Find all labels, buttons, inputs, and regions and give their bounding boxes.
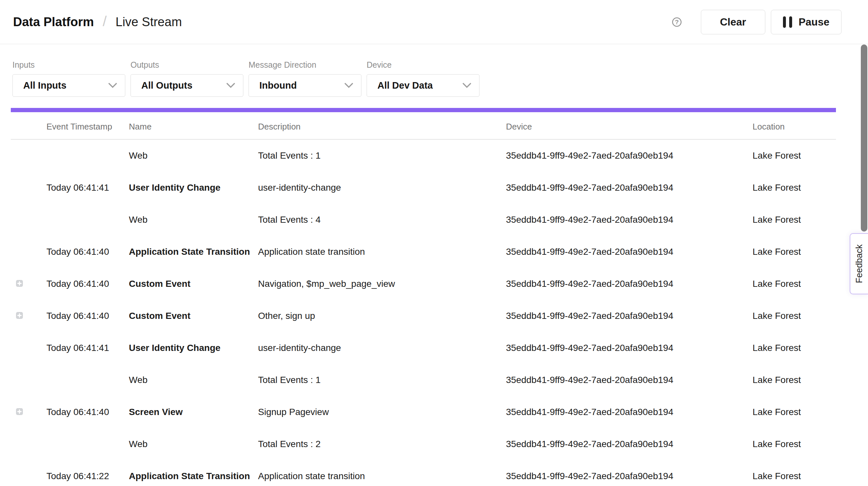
column-header-event-timestamp: Event Timestamp [46, 120, 129, 132]
pause-button-label: Pause [799, 16, 829, 28]
expand-plus-icon[interactable] [16, 280, 23, 287]
cell-location: Lake Forest [752, 150, 836, 161]
cell-location: Lake Forest [752, 375, 836, 385]
accent-divider [11, 108, 836, 112]
device-dropdown-value: All Dev Data [377, 80, 433, 91]
breadcrumb: Data Platform / Live Stream [13, 14, 182, 30]
table-row[interactable]: Web Total Events : 1 35eddb41-9ff9-49e2-… [11, 140, 836, 172]
cell-event-timestamp: Today 06:41:22 [46, 471, 129, 481]
expand-cell [11, 343, 46, 353]
table-row[interactable]: Today 06:41:22 Application State Transit… [11, 460, 836, 486]
cell-location: Lake Forest [752, 439, 836, 449]
cell-device: 35eddb41-9ff9-49e2-7aed-20afa90eb194 [506, 182, 752, 193]
cell-location: Lake Forest [752, 279, 836, 289]
expand-cell [11, 182, 46, 193]
filter-label-inputs: Inputs [12, 60, 125, 70]
cell-description: Application state transition [258, 471, 506, 481]
cell-device: 35eddb41-9ff9-49e2-7aed-20afa90eb194 [506, 279, 752, 289]
vertical-scrollbar-thumb[interactable] [861, 44, 867, 232]
cell-description: Navigation, $mp_web_page_view [258, 279, 506, 289]
cell-description: user-identity-change [258, 182, 506, 193]
cell-device: 35eddb41-9ff9-49e2-7aed-20afa90eb194 [506, 311, 752, 321]
expand-cell [11, 150, 46, 161]
cell-description: Total Events : 2 [258, 439, 506, 449]
cell-name: User Identity Change [129, 182, 258, 193]
cell-event-timestamp: Today 06:41:40 [46, 407, 129, 417]
column-header-device: Device [506, 120, 752, 132]
cell-location: Lake Forest [752, 311, 836, 321]
table-row[interactable]: Web Total Events : 1 35eddb41-9ff9-49e2-… [11, 364, 836, 396]
inputs-dropdown-value: All Inputs [23, 80, 66, 91]
cell-event-timestamp: Today 06:41:41 [46, 182, 129, 193]
breadcrumb-separator: / [103, 13, 106, 29]
table-header-row: Event Timestamp Name Description Device … [11, 112, 836, 140]
table-row[interactable]: Web Total Events : 2 35eddb41-9ff9-49e2-… [11, 428, 836, 460]
event-stream-table: Event Timestamp Name Description Device … [0, 112, 868, 486]
chevron-down-icon [108, 83, 117, 88]
cell-event-timestamp: Today 06:41:41 [46, 343, 129, 353]
cell-name: Application State Transition [129, 247, 258, 257]
inputs-dropdown[interactable]: All Inputs [12, 74, 125, 97]
topbar: Data Platform / Live Stream ? Clear Paus… [0, 0, 868, 44]
filter-label-message-direction: Message Direction [249, 60, 362, 70]
pause-icon [783, 17, 792, 28]
expand-cell [11, 311, 46, 321]
breadcrumb-section[interactable]: Data Platform [13, 15, 94, 29]
cell-location: Lake Forest [752, 343, 836, 353]
cell-description: Signup Pageview [258, 407, 506, 417]
feedback-tab-label: Feedback [854, 244, 864, 283]
cell-location: Lake Forest [752, 215, 836, 225]
live-stream-page: Data Platform / Live Stream ? Clear Paus… [0, 0, 868, 486]
cell-device: 35eddb41-9ff9-49e2-7aed-20afa90eb194 [506, 439, 752, 449]
cell-device: 35eddb41-9ff9-49e2-7aed-20afa90eb194 [506, 150, 752, 161]
cell-location: Lake Forest [752, 182, 836, 193]
filter-bar: Inputs All Inputs Outputs All Outputs Me… [0, 44, 868, 97]
column-header-location: Location [752, 120, 836, 132]
table-row[interactable]: Today 06:41:40 Application State Transit… [11, 236, 836, 268]
cell-device: 35eddb41-9ff9-49e2-7aed-20afa90eb194 [506, 247, 752, 257]
outputs-dropdown[interactable]: All Outputs [130, 74, 243, 97]
cell-event-timestamp: Today 06:41:40 [46, 279, 129, 289]
cell-location: Lake Forest [752, 471, 836, 481]
cell-description: Total Events : 1 [258, 150, 506, 161]
expand-cell [11, 407, 46, 417]
help-icon[interactable]: ? [672, 17, 682, 27]
cell-name: Web [129, 439, 258, 449]
chevron-down-icon [226, 83, 235, 88]
pause-button[interactable]: Pause [771, 10, 841, 34]
cell-name: Web [129, 215, 258, 225]
cell-device: 35eddb41-9ff9-49e2-7aed-20afa90eb194 [506, 407, 752, 417]
filter-message-direction: Message Direction Inbound [249, 60, 362, 97]
cell-event-timestamp: Today 06:41:40 [46, 311, 129, 321]
cell-name: Screen View [129, 407, 258, 417]
topbar-actions: ? Clear Pause [672, 10, 841, 34]
cell-device: 35eddb41-9ff9-49e2-7aed-20afa90eb194 [506, 471, 752, 481]
table-row[interactable]: Today 06:41:40 Screen View Signup Pagevi… [11, 396, 836, 428]
expand-cell [11, 247, 46, 257]
expand-plus-icon[interactable] [16, 312, 23, 319]
message-direction-dropdown[interactable]: Inbound [249, 74, 362, 97]
cell-device: 35eddb41-9ff9-49e2-7aed-20afa90eb194 [506, 375, 752, 385]
table-row[interactable]: Today 06:41:40 Custom Event Other, sign … [11, 300, 836, 332]
expand-cell [11, 215, 46, 225]
table-body: Web Total Events : 1 35eddb41-9ff9-49e2-… [0, 140, 868, 486]
filter-device: Device All Dev Data [367, 60, 479, 97]
cell-name: Custom Event [129, 279, 258, 289]
column-header-expand [11, 125, 46, 127]
expand-cell [11, 471, 46, 481]
chevron-down-icon [344, 83, 353, 88]
table-row[interactable]: Today 06:41:41 User Identity Change user… [11, 172, 836, 204]
table-row[interactable]: Today 06:41:41 User Identity Change user… [11, 332, 836, 364]
clear-button[interactable]: Clear [701, 10, 765, 34]
cell-device: 35eddb41-9ff9-49e2-7aed-20afa90eb194 [506, 343, 752, 353]
table-row[interactable]: Today 06:41:40 Custom Event Navigation, … [11, 268, 836, 300]
cell-location: Lake Forest [752, 247, 836, 257]
filter-label-outputs: Outputs [130, 60, 243, 70]
feedback-tab[interactable]: Feedback [850, 233, 868, 294]
column-header-name: Name [129, 120, 258, 132]
filter-label-device: Device [367, 60, 479, 70]
expand-plus-icon[interactable] [16, 408, 23, 415]
expand-cell [11, 439, 46, 449]
table-row[interactable]: Web Total Events : 4 35eddb41-9ff9-49e2-… [11, 204, 836, 236]
device-dropdown[interactable]: All Dev Data [367, 74, 479, 97]
